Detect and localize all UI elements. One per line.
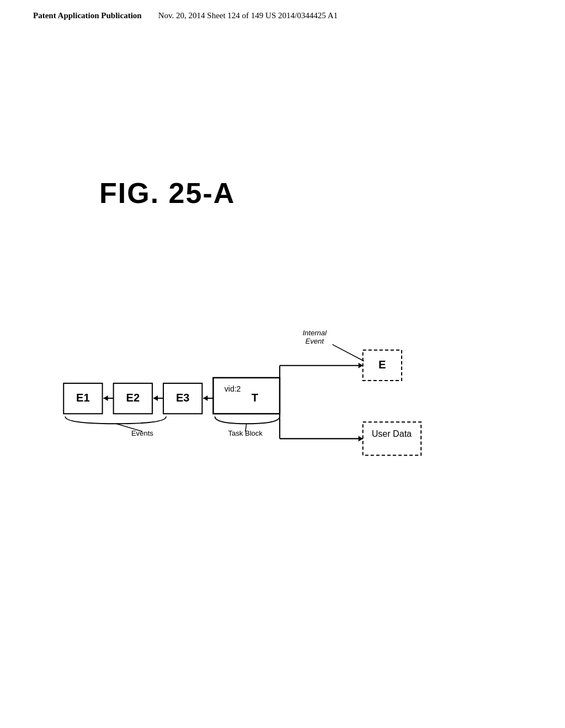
e1-label: E1 [76, 392, 90, 404]
page-header: Patent Application Publication Nov. 20, … [33, 11, 532, 20]
e-label: E [379, 358, 386, 371]
internal-event-arrow [332, 345, 364, 361]
internal-event-label-line2: Event [306, 337, 325, 345]
arrowhead-vid2-e3 [203, 395, 207, 401]
publication-meta: Nov. 20, 2014 Sheet 124 of 149 US 2014/0… [158, 11, 338, 20]
task-block-brace [215, 416, 280, 424]
t-label: T [252, 392, 259, 404]
diagram-area: FIG. 25-A E1 E2 E3 vid:2 T E User Data [33, 110, 532, 673]
arrowhead-e2-e1 [104, 395, 108, 401]
e3-label: E3 [176, 392, 190, 404]
events-brace-stem [116, 424, 142, 431]
e2-label: E2 [126, 392, 140, 404]
vid2-box [213, 378, 280, 414]
vid2-label: vid:2 [225, 384, 241, 393]
diagram-svg: E1 E2 E3 vid:2 T E User Data [33, 110, 532, 673]
arrowhead-t-e [359, 363, 363, 368]
events-label: Events [131, 429, 153, 437]
arrowhead-t-userdata [359, 436, 363, 441]
arrowhead-e3-e2 [153, 395, 158, 401]
events-brace [65, 416, 166, 424]
publication-label: Patent Application Publication [33, 11, 142, 20]
internal-event-label-line1: Internal [302, 329, 327, 337]
userdata-label: User Data [372, 429, 412, 438]
